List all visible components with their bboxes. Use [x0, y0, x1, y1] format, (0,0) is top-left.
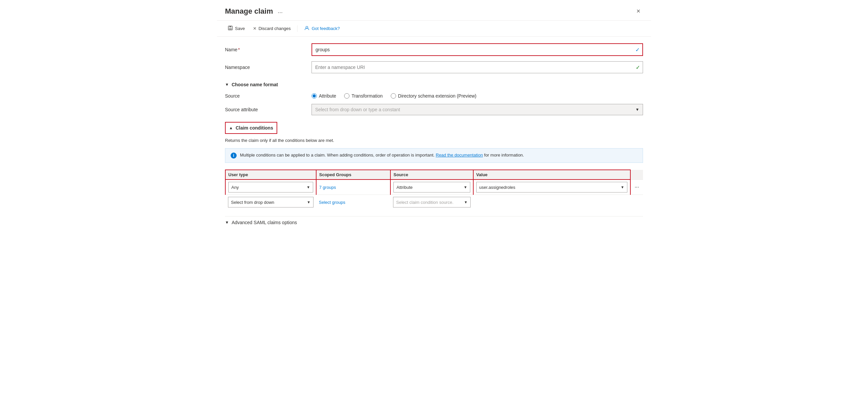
name-label: Name*	[225, 47, 312, 52]
info-icon: i	[230, 153, 237, 158]
save-button[interactable]: Save	[225, 24, 248, 33]
panel-header: Manage claim ... ×	[217, 0, 651, 21]
add-value-cell	[473, 195, 630, 210]
col-header-actions	[630, 170, 643, 180]
namespace-row: Namespace ✓	[225, 61, 643, 73]
toolbar-separator	[297, 25, 298, 32]
radio-attribute-label: Attribute	[319, 93, 336, 98]
value-cell: user.assignedroles ▼	[473, 180, 630, 195]
source-radio-group: Attribute Transformation Directory schem…	[312, 93, 476, 98]
namespace-label: Namespace	[225, 65, 312, 70]
value-text: user.assignedroles	[479, 185, 621, 190]
name-row: Name* ✓	[225, 43, 643, 56]
name-input[interactable]	[312, 44, 633, 55]
chevron-down-icon: ▼	[225, 82, 229, 87]
conditions-chevron-icon: ▲	[229, 126, 233, 130]
name-input-wrapper: ✓	[312, 43, 643, 56]
feedback-icon	[304, 25, 310, 32]
required-star: *	[238, 47, 240, 52]
radio-transformation-label: Transformation	[351, 93, 383, 98]
user-type-cell: Any ▼	[225, 180, 316, 195]
source-cell: Attribute ▼	[391, 180, 473, 195]
add-user-type-placeholder: Select from drop down	[231, 200, 307, 205]
claim-conditions-header[interactable]: ▲ Claim conditions	[225, 122, 277, 134]
feedback-label: Got feedback?	[312, 26, 340, 31]
source-attribute-row: Source attribute Select from drop down o…	[225, 104, 643, 115]
form-body: Name* ✓ Namespace ✓ ▼ Choose name format…	[217, 37, 651, 235]
info-banner: i Multiple conditions can be applied to …	[225, 148, 643, 163]
col-header-source: Source	[391, 170, 473, 180]
row-more-button[interactable]: ···	[633, 184, 640, 190]
claim-conditions-subtitle: Returns the claim only if all the condit…	[225, 138, 643, 143]
add-actions-cell	[630, 195, 643, 210]
close-button[interactable]: ×	[634, 6, 643, 16]
namespace-check-icon: ✓	[633, 64, 643, 70]
advanced-saml-label: Advanced SAML claims options	[231, 220, 297, 225]
source-attribute-chevron-icon: ▼	[636, 107, 639, 112]
header-left: Manage claim ...	[225, 7, 284, 16]
source-attribute-select[interactable]: Select from drop down or type a constant…	[312, 104, 643, 115]
col-header-user-type: User type	[225, 170, 316, 180]
read-documentation-link[interactable]: Read the documentation	[436, 153, 483, 157]
add-user-type-cell: Select from drop down ▼	[225, 195, 316, 210]
save-label: Save	[235, 26, 245, 31]
claim-conditions-title: Claim conditions	[236, 125, 273, 130]
discard-icon: ✕	[253, 26, 257, 31]
add-condition-row: Select from drop down ▼ Select groups Se…	[225, 195, 643, 210]
feedback-button[interactable]: Got feedback?	[302, 24, 342, 33]
choose-name-format-label: Choose name format	[231, 82, 278, 87]
col-header-scoped-groups: Scoped Groups	[316, 170, 391, 180]
discard-label: Discard changes	[258, 26, 291, 31]
source-attribute-placeholder: Select from drop down or type a constant	[315, 107, 636, 112]
user-type-chevron-icon: ▼	[307, 185, 310, 189]
add-scoped-groups-cell: Select groups	[316, 195, 391, 210]
manage-claim-panel: Manage claim ... × Save ✕ Discard change…	[217, 0, 651, 235]
source-label: Source	[225, 93, 312, 98]
radio-attribute-input[interactable]	[312, 93, 317, 98]
radio-transformation[interactable]: Transformation	[344, 93, 383, 98]
source-row: Source Attribute Transformation Director…	[225, 93, 643, 98]
radio-directory-schema-input[interactable]	[391, 93, 396, 98]
scoped-groups-value: 7 groups	[319, 185, 336, 190]
col-header-value: Value	[473, 170, 630, 180]
add-user-type-select[interactable]: Select from drop down ▼	[228, 197, 313, 208]
choose-name-format-section[interactable]: ▼ Choose name format	[225, 79, 643, 91]
svg-rect-2	[229, 28, 231, 30]
value-select[interactable]: user.assignedroles ▼	[476, 182, 627, 192]
name-check-icon: ✓	[633, 47, 642, 53]
discard-button[interactable]: ✕ Discard changes	[250, 25, 293, 32]
conditions-table: User type Scoped Groups Source Value Any	[225, 170, 643, 210]
namespace-input[interactable]	[312, 62, 633, 73]
source-attribute-label: Source attribute	[225, 107, 312, 112]
value-chevron-icon: ▼	[621, 185, 624, 189]
add-source-placeholder: Select claim condition source.	[396, 200, 464, 205]
save-icon	[228, 25, 233, 32]
source-value: Attribute	[396, 185, 464, 190]
user-type-select[interactable]: Any ▼	[228, 182, 313, 192]
claim-conditions-section: ▲ Claim conditions Returns the claim onl…	[225, 122, 643, 210]
user-type-value: Any	[231, 185, 307, 190]
radio-directory-schema[interactable]: Directory schema extension (Preview)	[391, 93, 476, 98]
table-row: Any ▼ 7 groups Attribute ▼	[225, 180, 643, 195]
toolbar: Save ✕ Discard changes Got feedback?	[217, 21, 651, 37]
add-user-type-chevron-icon: ▼	[307, 200, 311, 204]
add-source-select[interactable]: Select claim condition source. ▼	[393, 197, 471, 208]
scoped-groups-cell: 7 groups	[316, 180, 391, 195]
page-title: Manage claim	[225, 7, 273, 16]
namespace-wrapper: ✓	[312, 61, 643, 73]
advanced-chevron-icon: ▼	[225, 220, 229, 225]
add-source-cell: Select claim condition source. ▼	[391, 195, 473, 210]
advanced-saml-section[interactable]: ▼ Advanced SAML claims options	[225, 216, 643, 229]
radio-attribute[interactable]: Attribute	[312, 93, 336, 98]
select-groups-link[interactable]: Select groups	[319, 200, 345, 205]
svg-rect-1	[229, 26, 231, 27]
ellipsis-button[interactable]: ...	[276, 7, 284, 15]
source-select[interactable]: Attribute ▼	[393, 182, 470, 192]
radio-directory-schema-label: Directory schema extension (Preview)	[398, 93, 476, 98]
conditions-table-header-row: User type Scoped Groups Source Value	[225, 170, 643, 180]
source-chevron-icon: ▼	[464, 185, 467, 189]
add-source-chevron-icon: ▼	[464, 200, 468, 204]
radio-transformation-input[interactable]	[344, 93, 349, 98]
info-text: Multiple conditions can be applied to a …	[240, 153, 524, 157]
actions-cell: ···	[630, 180, 643, 195]
